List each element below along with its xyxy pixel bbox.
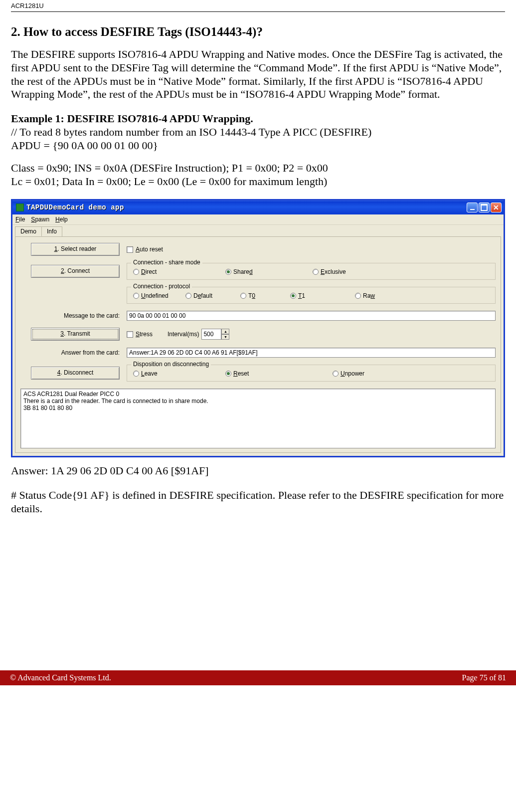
tab-demo[interactable]: Demo bbox=[15, 226, 42, 236]
radio-raw[interactable] bbox=[355, 293, 361, 299]
auto-reset-checkbox[interactable] bbox=[127, 246, 133, 253]
protocol-legend: Connection - protocol bbox=[131, 283, 192, 290]
disposition-group: Disposition on disconnecting Leave Reset bbox=[127, 365, 496, 382]
select-reader-button[interactable]: 1. Select reader bbox=[31, 243, 120, 256]
header-rule bbox=[11, 11, 505, 12]
title-bar: TAPDUDemoCard demo app bbox=[12, 201, 504, 214]
class-line: Class = 0x90; INS = 0x0A (DESFire Instru… bbox=[11, 162, 328, 174]
connect-button[interactable]: 2. Connect bbox=[31, 265, 120, 278]
radio-unpower-label: Unpower bbox=[341, 370, 364, 377]
lc-line: Lc = 0x01; Data In = 0x00; Le = 0x00 (Le… bbox=[11, 175, 327, 188]
stress-label: Stress bbox=[136, 331, 153, 338]
app-icon bbox=[16, 203, 24, 211]
radio-t0[interactable] bbox=[240, 293, 246, 299]
radio-default[interactable] bbox=[185, 293, 191, 299]
radio-t1[interactable] bbox=[290, 293, 296, 299]
menu-file[interactable]: File bbox=[15, 216, 25, 223]
maximize-button[interactable] bbox=[479, 203, 490, 212]
radio-exclusive-label: Exclusive bbox=[321, 268, 346, 275]
radio-shared-label: Shared bbox=[233, 268, 253, 275]
tab-panel: 1. Select reader Auto reset 2. Connect bbox=[15, 236, 501, 453]
tab-info[interactable]: Info bbox=[41, 226, 62, 236]
radio-unpower[interactable] bbox=[333, 371, 339, 377]
radio-raw-label: Raw bbox=[363, 292, 375, 299]
example-apdu: APDU = {90 0A 00 00 01 00 00} bbox=[11, 139, 158, 152]
answer-line: Answer: 1A 29 06 2D 0D C4 00 A6 [$91AF] bbox=[11, 464, 505, 478]
message-input[interactable] bbox=[127, 311, 496, 321]
example-title: Example 1: DESFIRE ISO7816-4 APDU Wrappi… bbox=[11, 112, 253, 125]
radio-reset[interactable] bbox=[225, 371, 231, 377]
menu-help[interactable]: Help bbox=[55, 216, 68, 223]
app-window: TAPDUDemoCard demo app File Spawn Help D… bbox=[11, 199, 505, 457]
radio-shared[interactable] bbox=[225, 269, 231, 275]
section-title: 2. How to access DESFIRE Tags (ISO14443-… bbox=[11, 25, 505, 39]
share-mode-group: Connection - share mode Direct Shared bbox=[127, 263, 496, 280]
interval-spinner[interactable]: ▲ ▼ bbox=[201, 329, 229, 340]
doc-header: ACR1281U bbox=[11, 0, 505, 10]
spin-down-icon[interactable]: ▼ bbox=[221, 334, 229, 340]
radio-t1-label: T1 bbox=[298, 292, 305, 299]
radio-direct-label: Direct bbox=[141, 268, 157, 275]
radio-undefined-label: Undefined bbox=[141, 292, 169, 299]
message-label: Message to the card: bbox=[20, 312, 127, 319]
close-button[interactable] bbox=[491, 203, 502, 212]
menu-spawn[interactable]: Spawn bbox=[31, 216, 49, 223]
answer-output[interactable] bbox=[127, 348, 496, 358]
footer-right: Page 75 of 81 bbox=[462, 673, 506, 682]
answer-label: Answer from the card: bbox=[20, 349, 127, 356]
log-area: ACS ACR1281 Dual Reader PICC 0 There is … bbox=[20, 389, 496, 448]
radio-exclusive[interactable] bbox=[313, 269, 319, 275]
stress-checkbox[interactable] bbox=[127, 331, 133, 338]
protocol-group: Connection - protocol Undefined Default bbox=[127, 287, 496, 304]
interval-label: Interval(ms) bbox=[168, 331, 199, 338]
interval-input[interactable] bbox=[201, 329, 221, 340]
window-title: TAPDUDemoCard demo app bbox=[26, 203, 124, 211]
footer: © Advanced Card Systems Ltd. Page 75 of … bbox=[0, 670, 516, 685]
radio-leave[interactable] bbox=[133, 371, 139, 377]
radio-default-label: Default bbox=[193, 292, 212, 299]
radio-t0-label: T0 bbox=[248, 292, 255, 299]
window-buttons bbox=[467, 203, 502, 212]
radio-leave-label: Leave bbox=[141, 370, 158, 377]
spin-up-icon[interactable]: ▲ bbox=[221, 329, 229, 334]
radio-undefined[interactable] bbox=[133, 293, 139, 299]
status-note: # Status Code{91 AF} is defined in DESFI… bbox=[11, 489, 505, 516]
disconnect-button[interactable]: 4. Disconnect bbox=[31, 367, 120, 380]
intro-paragraph: The DESFIRE supports ISO7816-4 APDU Wrap… bbox=[11, 48, 505, 101]
tabs: Demo Info bbox=[12, 225, 504, 236]
share-mode-legend: Connection - share mode bbox=[131, 259, 202, 266]
disposition-legend: Disposition on disconnecting bbox=[131, 361, 211, 368]
example-comment: // To read 8 bytes random number from an… bbox=[11, 126, 371, 138]
radio-reset-label: Reset bbox=[233, 370, 249, 377]
minimize-button[interactable] bbox=[467, 203, 478, 212]
radio-direct[interactable] bbox=[133, 269, 139, 275]
footer-left: © Advanced Card Systems Ltd. bbox=[10, 673, 111, 682]
auto-reset-label: Auto reset bbox=[136, 246, 163, 253]
menu-bar: File Spawn Help bbox=[12, 214, 504, 225]
transmit-button[interactable]: 3. Transmit bbox=[31, 328, 120, 341]
